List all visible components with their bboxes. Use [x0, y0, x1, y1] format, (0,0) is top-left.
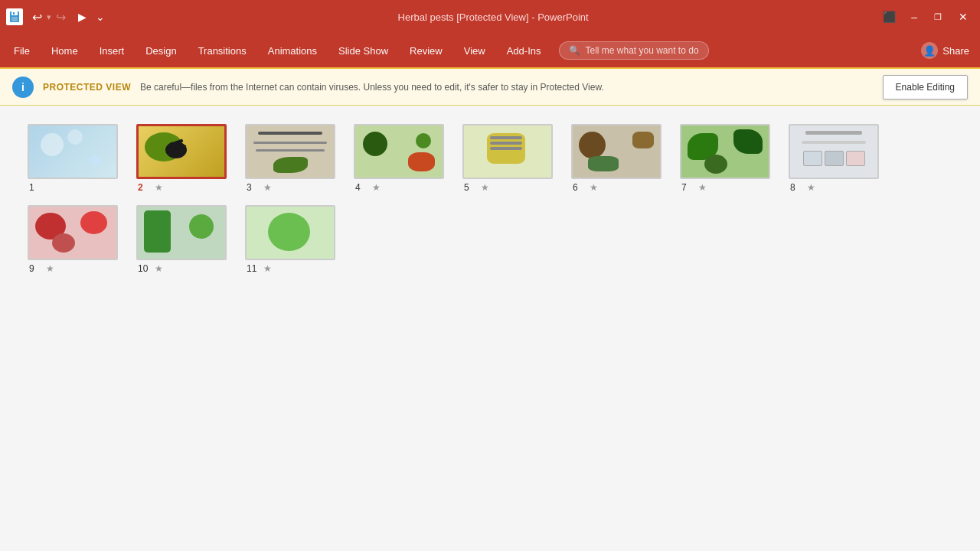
- present-icon[interactable]: ▶: [75, 9, 90, 24]
- slide-thumb-10[interactable]: [136, 205, 227, 260]
- slide-thumb-11[interactable]: [245, 205, 335, 260]
- slide-thumb-6[interactable]: [571, 124, 662, 179]
- slide-footer-8: 8 ★: [789, 182, 815, 193]
- presentation-icon[interactable]: ⬛: [878, 9, 900, 24]
- window-controls: ⬛ – ❐ ✕: [878, 8, 974, 26]
- slide-star-10: ★: [155, 263, 163, 274]
- slide-content-1: [29, 126, 116, 178]
- slide-item-2[interactable]: 2 ★: [136, 124, 227, 193]
- share-label: Share: [942, 45, 969, 57]
- slide-footer-7: 7 ★: [680, 182, 707, 193]
- slide-item-5[interactable]: 5 ★: [462, 124, 553, 193]
- slide-thumb-5[interactable]: [462, 124, 553, 179]
- menu-file[interactable]: File: [3, 34, 41, 67]
- search-icon: 🔍: [569, 45, 580, 56]
- title-text: Herbal pests [Protected View] - PowerPoi…: [398, 11, 589, 23]
- slide-star-6: ★: [590, 182, 598, 193]
- save-button[interactable]: [6, 8, 23, 25]
- slide-thumb-1[interactable]: [28, 124, 118, 179]
- slide-number-11: 11: [247, 263, 259, 274]
- customize-qa-icon[interactable]: ⌄: [93, 9, 108, 24]
- undo-button[interactable]: ↩: [29, 8, 45, 26]
- menu-insert[interactable]: Insert: [89, 34, 136, 67]
- menu-review[interactable]: Review: [399, 34, 453, 67]
- info-letter: i: [21, 81, 24, 93]
- slide-star-5: ★: [481, 182, 489, 193]
- slide-number-9: 9: [29, 263, 41, 274]
- slide-thumb-8[interactable]: [789, 124, 879, 179]
- menu-transitions[interactable]: Transitions: [188, 34, 257, 67]
- slide-star-7: ★: [698, 182, 707, 193]
- menu-view[interactable]: View: [453, 34, 496, 67]
- slide-star-3: ★: [263, 182, 272, 193]
- slide-content-9: [29, 207, 116, 259]
- slide-footer-9: 9 ★: [28, 263, 54, 274]
- slide-number-6: 6: [573, 182, 585, 193]
- slide-thumb-4[interactable]: [354, 124, 444, 179]
- slide-item-11[interactable]: 11 ★: [245, 205, 335, 274]
- slide-thumb-7[interactable]: [680, 124, 770, 179]
- search-box[interactable]: 🔍 Tell me what you want to do: [559, 41, 708, 60]
- slide-number-1: 1: [29, 182, 41, 193]
- menu-home[interactable]: Home: [41, 34, 89, 67]
- close-button[interactable]: ✕: [952, 8, 974, 26]
- search-placeholder: Tell me what you want to do: [585, 45, 698, 56]
- menu-slideshow[interactable]: Slide Show: [328, 34, 399, 67]
- undo-dropdown[interactable]: ▾: [47, 12, 51, 22]
- slide-item-4[interactable]: 4 ★: [354, 124, 444, 193]
- slide-content-7: [681, 126, 769, 178]
- slide-item-3[interactable]: 3 ★: [245, 124, 335, 193]
- slide-number-10: 10: [138, 263, 150, 274]
- menu-design[interactable]: Design: [135, 34, 187, 67]
- slide-item-10[interactable]: 10 ★: [136, 205, 227, 274]
- user-icon: 👤: [921, 42, 938, 59]
- redo-button[interactable]: ↪: [53, 8, 69, 26]
- slide-number-2: 2: [138, 182, 150, 193]
- slide-number-7: 7: [681, 182, 694, 193]
- slide-footer-6: 6 ★: [571, 182, 598, 193]
- slide-number-4: 4: [355, 182, 368, 193]
- slide-grid: 1 2 ★ 3: [0, 106, 980, 551]
- enable-editing-button[interactable]: Enable Editing: [883, 75, 968, 99]
- info-icon: i: [12, 77, 34, 98]
- slide-content-3: [247, 126, 334, 178]
- restore-button[interactable]: ❐: [928, 9, 948, 25]
- slide-footer-3: 3 ★: [245, 182, 272, 193]
- slide-footer-10: 10 ★: [136, 263, 163, 274]
- quick-access-toolbar: ▶ ⌄: [75, 9, 108, 24]
- slide-star-9: ★: [46, 263, 54, 274]
- slide-thumb-3[interactable]: [245, 124, 335, 179]
- window-title: Herbal pests [Protected View] - PowerPoi…: [108, 11, 878, 23]
- title-bar: ↩ ▾ ↪ ▶ ⌄ Herbal pests [Protected View] …: [0, 0, 980, 34]
- slide-thumb-2[interactable]: [136, 124, 227, 179]
- slide-content-8: [790, 126, 877, 178]
- svg-rect-3: [13, 12, 15, 15]
- slide-star-2: ★: [155, 182, 163, 193]
- slide-thumb-9[interactable]: [28, 205, 118, 260]
- menu-addins[interactable]: Add-Ins: [496, 34, 552, 67]
- menu-bar: File Home Insert Design Transitions Anim…: [0, 34, 980, 67]
- slide-item-7[interactable]: 7 ★: [680, 124, 770, 193]
- slide-item-1[interactable]: 1: [28, 124, 118, 193]
- slide-star-4: ★: [372, 182, 381, 193]
- undo-redo-group: ↩ ▾ ↪: [29, 8, 69, 26]
- slide-item-6[interactable]: 6 ★: [571, 124, 662, 193]
- title-bar-left: ↩ ▾ ↪ ▶ ⌄: [6, 8, 108, 26]
- slide-footer-11: 11 ★: [245, 263, 272, 274]
- slide-star-8: ★: [807, 182, 815, 193]
- share-button[interactable]: 👤 Share: [913, 34, 977, 67]
- slide-star-11: ★: [263, 263, 272, 274]
- slide-number-3: 3: [247, 182, 259, 193]
- slide-content-10: [138, 207, 225, 259]
- slide-content-11: [247, 207, 334, 259]
- slide-content-5: [464, 126, 551, 178]
- protected-view-label: PROTECTED VIEW: [43, 82, 131, 93]
- slide-footer-1: 1: [28, 182, 41, 193]
- protected-view-bar: i PROTECTED VIEW Be careful—files from t…: [0, 67, 980, 106]
- minimize-button[interactable]: –: [905, 8, 923, 26]
- slide-item-8[interactable]: 8 ★: [789, 124, 879, 193]
- slide-footer-4: 4 ★: [354, 182, 381, 193]
- menu-animations[interactable]: Animations: [257, 34, 328, 67]
- slide-content-4: [355, 126, 443, 178]
- slide-item-9[interactable]: 9 ★: [28, 205, 118, 274]
